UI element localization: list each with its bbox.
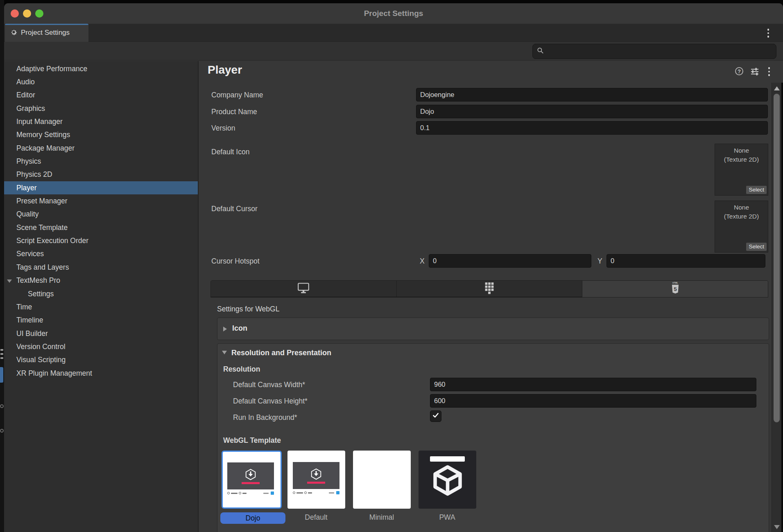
webgl-template-pwa-card[interactable] (419, 451, 476, 509)
sidebar-item-time[interactable]: Time (4, 300, 198, 313)
scroll-down-arrow-icon[interactable] (774, 525, 780, 529)
resolution-subheader: Resolution (223, 365, 260, 374)
scroll-up-arrow-icon[interactable] (774, 86, 780, 90)
hotspot-y-field[interactable] (606, 254, 765, 268)
resolution-and-presentation-section: Resolution and Presentation Resolution D… (217, 343, 769, 532)
search-box[interactable] (532, 44, 776, 59)
run-in-background-checkbox[interactable] (430, 410, 441, 422)
sidebar-item-preset-manager[interactable]: Preset Manager (4, 194, 198, 207)
progress-bar (242, 482, 260, 484)
product-name-field[interactable] (416, 105, 768, 118)
resolution-section-title[interactable]: Resolution and Presentation (231, 349, 331, 357)
settings-for-platform-label: Settings for WebGL (217, 305, 279, 313)
background-glyph (0, 353, 3, 355)
toolbar (4, 42, 783, 61)
sidebar-item-input-manager[interactable]: Input Manager (4, 115, 198, 128)
gear-icon (10, 28, 18, 38)
sidebar-item-quality[interactable]: Quality (4, 208, 198, 221)
presets-icon[interactable] (750, 68, 759, 77)
panel-menu-icon[interactable] (766, 66, 772, 77)
product-name-label: Product Name (211, 107, 257, 117)
default-icon-texture-well[interactable]: None (Texture 2D) Select (715, 144, 768, 196)
checkmark-icon (432, 413, 439, 420)
tab-label: Project Settings (21, 29, 70, 37)
default-canvas-width-field[interactable] (430, 378, 756, 391)
platform-tab-desktop[interactable] (211, 281, 397, 297)
background-window-sliver (0, 0, 4, 532)
monitor-icon (297, 282, 310, 295)
icon-section-title: Icon (232, 324, 247, 333)
sidebar-item-textmesh-pro[interactable]: TextMesh Pro (4, 274, 198, 287)
default-icon-select-button[interactable]: Select (746, 186, 767, 194)
company-name-field[interactable] (416, 88, 768, 101)
template-footer-logos (293, 491, 339, 495)
unity-logo-icon (432, 464, 464, 498)
version-label: Version (211, 123, 235, 133)
tab-strip-menu-button[interactable] (765, 28, 772, 38)
tab-strip: Project Settings (4, 24, 783, 42)
sidebar-item-script-execution-order[interactable]: Script Execution Order (4, 234, 198, 247)
cursor-hotspot-label: Cursor Hotspot (211, 256, 260, 266)
sidebar-item-services[interactable]: Services (4, 248, 198, 261)
template-name-dojo[interactable]: Dojo (220, 512, 285, 524)
sidebar-item-version-control[interactable]: Version Control (4, 340, 198, 353)
sidebar-item-audio[interactable]: Audio (4, 75, 198, 88)
sidebar-item-tags-and-layers[interactable]: Tags and Layers (4, 261, 198, 274)
svg-text:5: 5 (674, 286, 677, 292)
sidebar-item-xr-plugin-management[interactable]: XR Plugin Management (4, 367, 198, 380)
window-body: Adaptive Performance Audio Editor Graphi… (4, 61, 783, 532)
screen: Project Settings Project Settings (0, 0, 783, 532)
sidebar-item-timeline[interactable]: Timeline (4, 314, 198, 327)
template-name-minimal[interactable]: Minimal (369, 513, 394, 522)
chevron-down-icon[interactable] (222, 351, 227, 354)
version-field[interactable] (416, 121, 768, 135)
sidebar-item-memory-settings[interactable]: Memory Settings (4, 128, 198, 142)
sidebar-item-scene-template[interactable]: Scene Template (4, 221, 198, 234)
sidebar-item-ui-builder[interactable]: UI Builder (4, 327, 198, 340)
sidebar-item-graphics[interactable]: Graphics (4, 102, 198, 115)
sidebar-item-adaptive-performance[interactable]: Adaptive Performance (4, 62, 198, 75)
sidebar-item-physics-2d[interactable]: Physics 2D (4, 168, 198, 181)
sidebar-item-editor[interactable]: Editor (4, 89, 198, 102)
default-icon-label: Default Icon (211, 147, 249, 157)
webgl-template-subheader: WebGL Template (223, 436, 281, 445)
webgl-template-dojo-card[interactable] (222, 451, 282, 509)
platform-tab-webgl[interactable]: HTML5 (582, 281, 768, 297)
background-glyph (0, 429, 4, 433)
sidebar-item-physics[interactable]: Physics (4, 155, 198, 168)
hotspot-x-field[interactable] (429, 254, 591, 268)
player-settings-panel: Player ? Company Name Product Name Versi… (199, 61, 772, 532)
window-title: Project Settings (4, 3, 783, 24)
pwa-topbar (430, 456, 465, 462)
chevron-down-icon[interactable] (7, 280, 12, 283)
sidebar-item-visual-scripting[interactable]: Visual Scripting (4, 354, 198, 367)
template-footer-logos (227, 491, 274, 495)
default-canvas-height-field[interactable] (430, 394, 756, 408)
page-title: Player (208, 63, 242, 77)
tab-project-settings[interactable]: Project Settings (5, 24, 88, 42)
template-name-pwa[interactable]: PWA (439, 513, 455, 522)
sidebar-item-textmesh-pro-settings[interactable]: Settings (4, 287, 198, 300)
window-right-edge (781, 83, 783, 532)
template-name-default[interactable]: Default (305, 513, 327, 522)
search-input[interactable] (547, 47, 772, 55)
chevron-right-icon[interactable] (223, 327, 227, 331)
vertical-scrollbar[interactable] (772, 83, 781, 532)
server-icon (484, 282, 495, 296)
background-glyph (0, 349, 3, 351)
icon-section[interactable]: Icon (217, 318, 769, 340)
svg-text:HTML: HTML (672, 282, 678, 284)
default-cursor-texture-well[interactable]: None (Texture 2D) Select (715, 201, 768, 252)
webgl-template-default-card[interactable] (287, 451, 345, 509)
help-icon[interactable]: ? (735, 67, 743, 75)
sidebar-item-package-manager[interactable]: Package Manager (4, 142, 198, 155)
background-glyph (0, 367, 3, 383)
default-canvas-height-label: Default Canvas Height* (233, 396, 308, 406)
progress-bar (307, 482, 325, 484)
platform-tab-dedicated-server[interactable] (397, 281, 583, 297)
sidebar-item-player[interactable]: Player (4, 181, 198, 194)
default-cursor-select-button[interactable]: Select (746, 243, 767, 251)
webgl-template-minimal-card[interactable] (353, 451, 411, 509)
scrollbar-thumb[interactable] (774, 94, 780, 422)
unity-cube-icon (244, 468, 257, 481)
